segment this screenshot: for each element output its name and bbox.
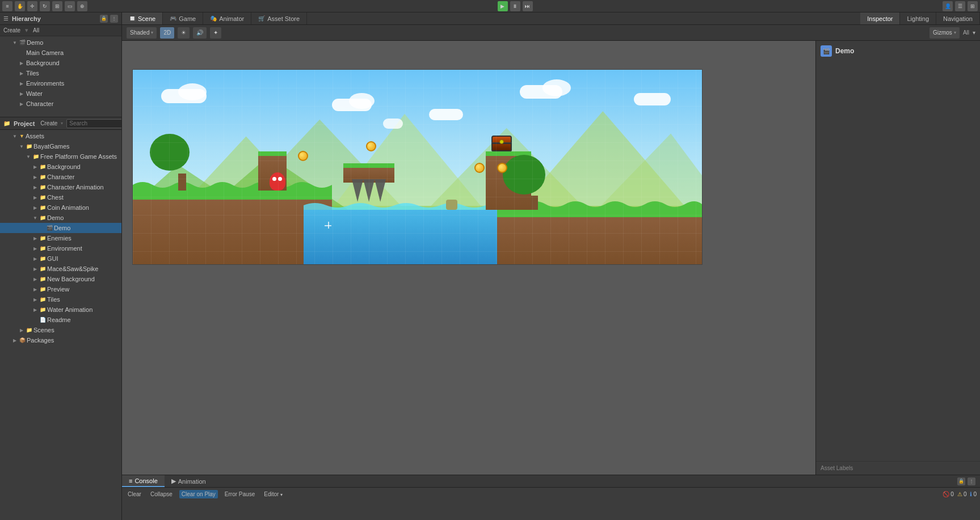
hierarchy-icon: ☰ xyxy=(3,15,9,22)
project-item-demo-folder[interactable]: ▼ 📁 Demo xyxy=(0,213,121,223)
tool-move[interactable]: ✛ xyxy=(27,1,37,11)
hierarchy-item-water[interactable]: ▶ Water xyxy=(0,88,121,99)
hierarchy-label-demo-scene: Demo xyxy=(27,39,43,46)
project-item-demo-scene[interactable]: 🎬 Demo xyxy=(0,223,121,233)
project-search-input[interactable] xyxy=(66,119,121,128)
project-item-chest[interactable]: ▶ 📁 Chest xyxy=(0,192,121,202)
project-label-character: Character xyxy=(47,174,74,180)
tab-navigation[interactable]: Navigation xyxy=(936,12,980,24)
project-label-bayatgames: BayatGames xyxy=(33,143,70,150)
project-create-btn[interactable]: Create xyxy=(40,120,57,126)
tool-rotate[interactable]: ↻ xyxy=(40,1,50,11)
layout-icon[interactable]: ⊞ xyxy=(968,1,978,11)
tab-game[interactable]: 🎮 Game xyxy=(163,12,203,24)
hierarchy-label-main-camera: Main Camera xyxy=(26,49,64,56)
hierarchy-label-tiles: Tiles xyxy=(26,70,39,77)
tab-scene[interactable]: 🔲 Scene xyxy=(122,12,163,24)
hierarchy-item-environments[interactable]: ▶ Environments xyxy=(0,78,121,88)
tab-animation[interactable]: ▶ Animation xyxy=(165,475,213,487)
account-icon[interactable]: 👤 xyxy=(943,1,953,11)
hierarchy-item-tiles[interactable]: ▶ Tiles xyxy=(0,68,121,78)
hierarchy-lock[interactable]: 🔒 xyxy=(100,15,108,23)
scenes-folder-icon: 📁 xyxy=(26,327,32,333)
project-item-char-anim[interactable]: ▶ 📁 Character Animation xyxy=(0,182,121,192)
project-item-background-assets[interactable]: ▶ 📁 Background xyxy=(0,162,121,172)
tool-scale[interactable]: ⊞ xyxy=(52,1,62,11)
layers-icon[interactable]: ☰ xyxy=(955,1,965,11)
console-menu[interactable]: ⋮ xyxy=(968,477,975,485)
project-item-assets[interactable]: ▼ ▼ Assets xyxy=(0,131,121,141)
step-button[interactable]: ⏭ xyxy=(523,1,533,11)
scene-view[interactable] xyxy=(122,41,815,475)
project-label-readme: Readme xyxy=(47,316,71,323)
unity-menu[interactable]: ≡ xyxy=(2,1,12,11)
project-label-char-anim: Character Animation xyxy=(47,184,104,191)
enemies-folder-icon: 📁 xyxy=(40,235,46,241)
play-button[interactable]: ▶ xyxy=(498,1,508,11)
tab-console[interactable]: ≡ Console xyxy=(122,475,165,487)
tab-animator[interactable]: 🎭 Animator xyxy=(203,12,251,24)
tool-hand[interactable]: ✋ xyxy=(15,1,25,11)
console-lock[interactable]: 🔒 xyxy=(957,477,965,485)
hierarchy-label-water: Water xyxy=(26,90,43,97)
inspector-empty xyxy=(816,256,980,462)
tab-inspector-label: Inspector xyxy=(867,15,893,22)
free-platform-folder-icon: 📁 xyxy=(33,154,39,159)
project-label-preview: Preview xyxy=(47,286,69,293)
project-item-free-platform[interactable]: ▼ 📁 Free Platform Game Assets xyxy=(0,151,121,162)
project-title: Project xyxy=(14,120,35,127)
hierarchy-create-btn[interactable]: Create xyxy=(3,27,20,33)
hierarchy-menu[interactable]: ⋮ xyxy=(110,15,118,23)
mode-2d-btn[interactable]: 2D xyxy=(160,27,174,39)
tab-inspector[interactable]: Inspector xyxy=(860,12,900,24)
project-item-environment[interactable]: ▶ 📁 Environment xyxy=(0,243,121,253)
console-collapse-btn[interactable]: Collapse xyxy=(148,490,175,498)
project-item-bayatgames[interactable]: ▼ 📁 BayatGames xyxy=(0,141,121,151)
project-label-environment: Environment xyxy=(47,245,82,252)
console-error-pause-btn[interactable]: Error Pause xyxy=(222,490,257,498)
error-icon: 🚫 xyxy=(943,491,949,497)
project-item-new-background[interactable]: ▶ 📁 New Background xyxy=(0,274,121,284)
demo-scene-icon: 🎬 xyxy=(47,225,53,231)
hierarchy-item-main-camera[interactable]: Main Camera xyxy=(0,48,121,58)
project-item-coin-anim[interactable]: ▶ 📁 Coin Animation xyxy=(0,202,121,213)
project-item-mace[interactable]: ▶ 📁 Mace&Saw&Spike xyxy=(0,264,121,274)
project-item-character-assets[interactable]: ▶ 📁 Character xyxy=(0,172,121,182)
light-toggle[interactable]: ☀ xyxy=(178,27,190,39)
coin-anim-folder-icon: 📁 xyxy=(40,205,46,210)
hierarchy-item-demo-scene[interactable]: ▼ 🎬 Demo xyxy=(0,37,121,48)
char-anim-folder-icon: 📁 xyxy=(40,184,46,190)
shaded-dropdown[interactable]: Shaded xyxy=(127,27,157,39)
hierarchy-item-background[interactable]: ▶ Background xyxy=(0,58,121,68)
tool-transform[interactable]: ⊕ xyxy=(77,1,87,11)
project-item-gui[interactable]: ▶ 📁 GUI xyxy=(0,253,121,264)
project-header: 📁 Project Create ▾ 📂 ⚙ xyxy=(0,117,121,130)
console-clear-btn[interactable]: Clear xyxy=(125,490,144,498)
project-item-packages[interactable]: ▶ 📦 Packages xyxy=(0,335,121,345)
console-info-count: ℹ 0 xyxy=(970,491,977,497)
console-editor-btn[interactable]: Editor ▾ xyxy=(262,490,285,498)
animation-icon: ▶ xyxy=(171,477,176,485)
project-item-enemies[interactable]: ▶ 📁 Enemies xyxy=(0,233,121,243)
project-item-tiles[interactable]: ▶ 📁 Tiles xyxy=(0,294,121,305)
effects-toggle[interactable]: ✦ xyxy=(210,27,221,39)
pause-button[interactable]: ⏸ xyxy=(510,1,520,11)
project-item-water-anim[interactable]: ▶ 📁 Water Animation xyxy=(0,305,121,315)
project-label-enemies: Enemies xyxy=(47,235,71,242)
project-item-readme[interactable]: 📄 Readme xyxy=(0,315,121,325)
console-clear-on-play-btn[interactable]: Clear on Play xyxy=(179,490,218,498)
hierarchy-all-btn[interactable]: All xyxy=(33,27,39,33)
project-item-preview[interactable]: ▶ 📁 Preview xyxy=(0,284,121,294)
hierarchy-item-character[interactable]: ▶ Character xyxy=(0,99,121,109)
tool-rect[interactable]: ▭ xyxy=(65,1,75,11)
project-label-new-background: New Background xyxy=(47,276,95,282)
all-label: All xyxy=(963,29,969,36)
tab-asset-store[interactable]: 🛒 Asset Store xyxy=(251,12,307,24)
audio-toggle[interactable]: 🔊 xyxy=(193,27,207,39)
project-section: 📁 Project Create ▾ 📂 ⚙ ▼ ▼ Assets ▼ 📁 xyxy=(0,117,121,520)
bottom-panel: ≡ Console ▶ Animation 🔒 ⋮ Clear Collapse… xyxy=(122,475,980,520)
tab-lighting[interactable]: Lighting xyxy=(900,12,936,24)
gizmos-dropdown[interactable]: Gizmos xyxy=(929,27,960,39)
console-error-count: 🚫 0 xyxy=(943,491,954,497)
project-item-scenes[interactable]: ▶ 📁 Scenes xyxy=(0,325,121,335)
